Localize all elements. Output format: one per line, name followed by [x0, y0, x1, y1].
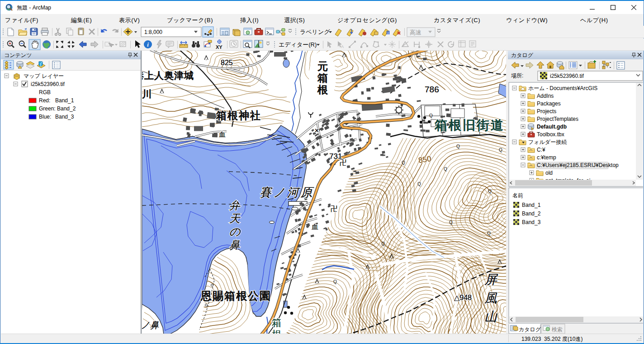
svg-text:AddIns: AddIns — [537, 93, 554, 99]
svg-text:Q: Q — [456, 144, 460, 149]
svg-text:i25k523960.tif: i25k523960.tif — [31, 81, 65, 87]
svg-text:根: 根 — [317, 84, 328, 96]
svg-text:XY: XY — [216, 44, 223, 50]
svg-text:Q: Q — [444, 167, 447, 172]
svg-text:Red:: Red: — [39, 97, 50, 104]
svg-text:箱: 箱 — [272, 317, 281, 328]
svg-text:血: 血 — [219, 130, 226, 138]
svg-text:Q: Q — [449, 220, 453, 225]
svg-text:山: 山 — [484, 310, 497, 324]
svg-text:高速: 高速 — [410, 29, 421, 36]
svg-text:A: A — [341, 44, 344, 49]
svg-text:卍: 卍 — [340, 158, 346, 166]
svg-text:卍: 卍 — [331, 205, 337, 212]
svg-text:血: 血 — [312, 223, 318, 230]
svg-text:恩賜箱根公園: 恩賜箱根公園 — [200, 290, 271, 302]
svg-text:c:¥temp: c:¥temp — [537, 154, 556, 161]
svg-text:鼻: 鼻 — [229, 239, 240, 251]
svg-text:Q: Q — [333, 279, 337, 284]
svg-text:Band_1: Band_1 — [55, 97, 74, 104]
svg-text:Q: Q — [487, 231, 491, 236]
svg-text:Band_3: Band_3 — [55, 114, 74, 120]
svg-text:カタログ: カタログ — [519, 326, 541, 333]
svg-text:Toolbox.tbx: Toolbox.tbx — [537, 131, 564, 138]
svg-text:ラベリング: ラベリング — [300, 29, 330, 35]
svg-text:風: 風 — [484, 291, 497, 305]
svg-text:Packages: Packages — [537, 100, 561, 107]
svg-text:△948: △948 — [454, 294, 472, 301]
svg-text:Band_3: Band_3 — [522, 219, 541, 225]
svg-text:Band_2: Band_2 — [522, 210, 541, 217]
svg-text:825: 825 — [221, 59, 233, 67]
svg-text:Green:: Green: — [39, 105, 56, 112]
svg-text:コンテンツ: コンテンツ — [4, 52, 32, 58]
svg-text:名前: 名前 — [512, 192, 523, 199]
svg-text:C:¥Users¥ej2185.ESRIJ¥Desktop: C:¥Users¥ej2185.ESRIJ¥Desktop — [537, 162, 619, 168]
svg-text:✕: ✕ — [314, 127, 319, 134]
svg-text:カタログ: カタログ — [511, 52, 534, 58]
svg-text:場所:: 場所: — [511, 72, 523, 79]
svg-text:ノ鼻: ノ鼻 — [142, 320, 159, 330]
svg-text:ProjectTemplates: ProjectTemplates — [537, 116, 578, 122]
svg-text:RGB: RGB — [39, 89, 51, 96]
svg-text:1:8,000: 1:8,000 — [144, 29, 162, 35]
svg-text:Blue:: Blue: — [39, 114, 51, 120]
svg-text:フォルダー接続: フォルダー接続 — [528, 139, 567, 145]
svg-text:屏: 屏 — [484, 272, 498, 287]
svg-text:old: old — [545, 170, 553, 176]
svg-text:850: 850 — [418, 154, 432, 165]
svg-text:箱根神社: 箱根神社 — [216, 110, 261, 121]
svg-text:i: i — [147, 41, 149, 48]
svg-text:Q: Q — [429, 113, 433, 118]
svg-text:Q: Q — [488, 189, 492, 194]
svg-text:Band_2: Band_2 — [57, 105, 76, 112]
svg-text:Q: Q — [402, 160, 405, 165]
svg-text:786: 786 — [425, 85, 439, 94]
svg-text:Default.gdb: Default.gdb — [537, 124, 567, 130]
svg-text:マップ レイヤー: マップ レイヤー — [24, 73, 64, 79]
svg-text:元: 元 — [317, 60, 328, 72]
svg-text:賽ノ河原: 賽ノ河原 — [260, 186, 314, 199]
svg-text:Q: Q — [499, 148, 502, 153]
svg-text:弁: 弁 — [229, 200, 241, 211]
svg-text:Band_1: Band_1 — [522, 202, 541, 208]
svg-text:Projects: Projects — [537, 108, 556, 115]
svg-text:ホーム - Documents¥ArcGIS: ホーム - Documents¥ArcGIS — [528, 85, 597, 91]
svg-text:検索: 検索 — [552, 326, 563, 333]
svg-text:Q: Q — [417, 182, 421, 186]
svg-text:エディター(R): エディター(R) — [279, 41, 317, 48]
svg-text:箱: 箱 — [317, 72, 328, 84]
svg-text:の: の — [229, 226, 241, 238]
svg-text:i25k523960.tif: i25k523960.tif — [550, 73, 584, 79]
svg-text:Q: Q — [381, 241, 385, 246]
svg-text:港上人奥津城: 港上人奥津城 — [142, 70, 194, 81]
svg-text:C:¥: C:¥ — [537, 147, 545, 153]
svg-text:天: 天 — [229, 213, 241, 225]
svg-text:早川: 早川 — [142, 89, 152, 99]
svg-text:箱根旧街道: 箱根旧街道 — [434, 118, 505, 132]
